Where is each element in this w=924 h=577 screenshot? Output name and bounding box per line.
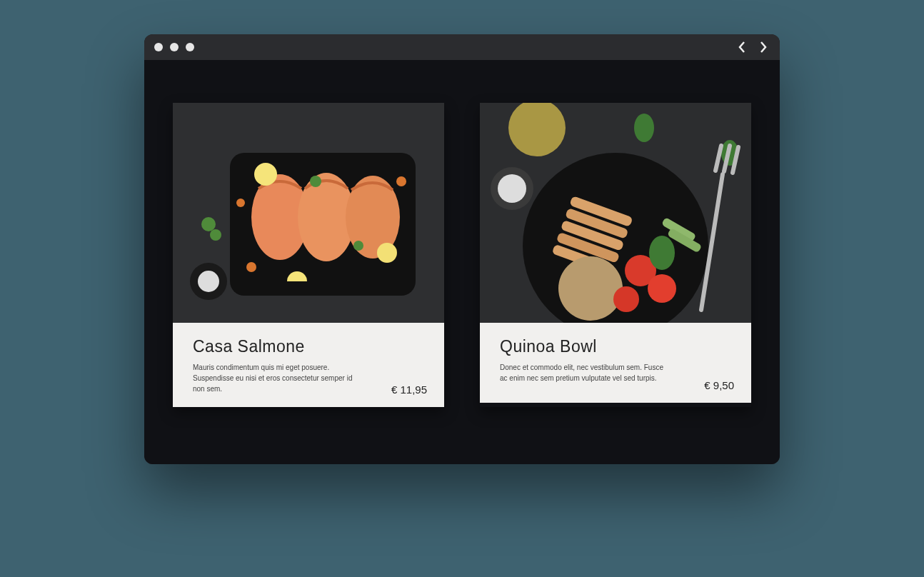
nav-buttons — [735, 41, 770, 54]
svg-point-9 — [236, 199, 245, 207]
svg-point-10 — [310, 176, 321, 187]
svg-point-5 — [254, 163, 277, 186]
menu-card[interactable]: Casa Salmone Mauris condimentum quis mi … — [173, 103, 444, 407]
chevron-left-icon — [738, 41, 746, 54]
svg-point-34 — [498, 174, 526, 203]
card-panel: Casa Salmone Mauris condimentum quis mi … — [173, 323, 444, 407]
window-minimize-icon[interactable] — [170, 43, 179, 51]
svg-point-7 — [246, 262, 256, 272]
dish-description: Donec et commodo elit, nec vestibulum se… — [500, 362, 664, 383]
svg-point-26 — [613, 286, 639, 312]
svg-point-23 — [558, 256, 623, 321]
browser-window: Casa Salmone Mauris condimentum quis mi … — [144, 34, 780, 464]
menu-card[interactable]: Quinoa Bowl Donec et commodo elit, nec v… — [480, 103, 751, 407]
window-titlebar — [144, 34, 780, 60]
dish-title: Casa Salmone — [193, 337, 424, 356]
dish-title: Quinoa Bowl — [500, 337, 731, 356]
window-close-icon[interactable] — [154, 43, 163, 51]
svg-point-15 — [198, 271, 219, 292]
svg-point-29 — [649, 236, 675, 270]
window-maximize-icon[interactable] — [186, 43, 194, 51]
dish-description: Mauris condimentum quis mi eget posuere.… — [193, 362, 357, 394]
svg-point-12 — [201, 217, 216, 231]
svg-point-25 — [648, 274, 676, 303]
forward-button[interactable] — [757, 41, 770, 54]
window-controls — [154, 43, 194, 51]
dish-image — [480, 103, 751, 323]
chevron-right-icon — [759, 41, 768, 54]
svg-point-11 — [353, 241, 363, 251]
svg-point-6 — [377, 243, 397, 263]
card-panel: Quinoa Bowl Donec et commodo elit, nec v… — [480, 323, 751, 403]
dish-image — [173, 103, 444, 323]
svg-point-8 — [396, 176, 406, 186]
dish-price: € 9,50 — [704, 379, 734, 391]
dish-price: € 11,95 — [391, 383, 427, 396]
svg-point-30 — [634, 114, 654, 142]
card-row: Casa Salmone Mauris condimentum quis mi … — [144, 60, 780, 464]
svg-point-13 — [210, 229, 221, 241]
back-button[interactable] — [735, 41, 748, 54]
